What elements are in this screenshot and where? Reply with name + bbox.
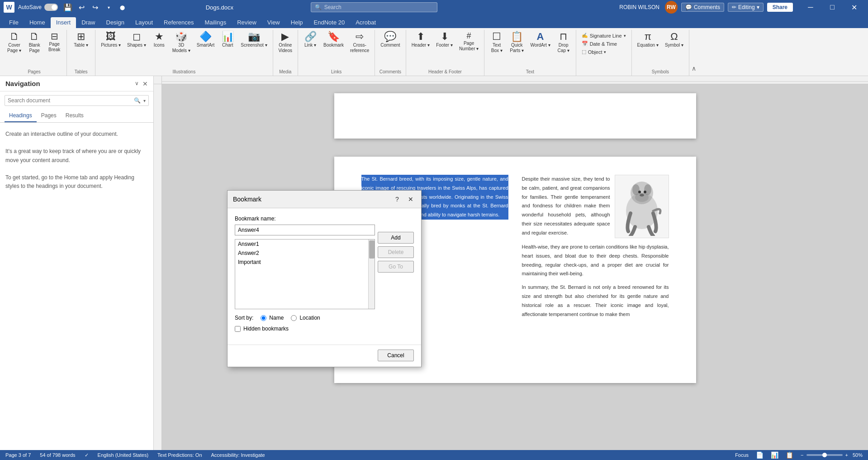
footer-icon: ⬇: [441, 32, 449, 42]
tab-endnote[interactable]: EndNote 20: [308, 17, 351, 28]
nav-tab-headings[interactable]: Headings: [5, 110, 37, 122]
header-label: Header ▾: [412, 43, 430, 48]
restore-btn[interactable]: □: [822, 0, 843, 14]
share-btn[interactable]: Share: [767, 3, 793, 12]
online-videos-btn[interactable]: ▶ OnlineVideos: [276, 30, 295, 55]
hidden-bookmarks-label[interactable]: Hidden bookmarks: [243, 326, 289, 332]
tab-view[interactable]: View: [262, 17, 285, 28]
quick-parts-btn[interactable]: 📋 QuickParts ▾: [507, 30, 526, 55]
text-predictions[interactable]: Text Predictions: On: [157, 452, 202, 458]
hidden-bookmarks-checkbox[interactable]: [235, 326, 241, 332]
delete-btn[interactable]: Delete: [378, 246, 414, 258]
zoom-level[interactable]: 50%: [853, 452, 863, 458]
drop-cap-btn[interactable]: ⊓ DropCap ▾: [554, 30, 573, 55]
icons-btn[interactable]: ★ Icons: [150, 30, 169, 50]
bookmark-name-input[interactable]: [235, 225, 375, 235]
sig-line-btn[interactable]: ✍ Signature Line ▾: [579, 32, 629, 39]
zoom-out-btn[interactable]: −: [801, 452, 803, 458]
bookmark-help-btn[interactable]: ?: [392, 194, 402, 204]
editing-btn[interactable]: ✏ Editing ▾: [728, 3, 764, 12]
tab-acrobat[interactable]: Acrobat: [350, 17, 381, 28]
list-item[interactable]: Answer1: [235, 240, 368, 249]
comment-icon: 💬: [384, 32, 396, 42]
accessibility[interactable]: Accessibility: Investigate: [211, 452, 265, 458]
symbol-btn[interactable]: Ω Symbol ▾: [662, 30, 686, 50]
link-btn[interactable]: 🔗 Link ▾: [301, 30, 320, 50]
read-mode-icon[interactable]: 📋: [786, 451, 793, 459]
page-break-btn[interactable]: ⊟ PageBreak: [45, 30, 64, 54]
minimize-btn[interactable]: ─: [800, 0, 821, 14]
text-box-icon: ☐: [492, 32, 501, 42]
add-btn[interactable]: Add: [378, 232, 414, 244]
user-avatar[interactable]: RW: [665, 1, 678, 14]
header-btn[interactable]: ⬆ Header ▾: [409, 30, 433, 50]
screenshot-btn[interactable]: 📷 Screenshot ▾: [238, 30, 270, 50]
tab-file[interactable]: File: [4, 17, 24, 28]
sort-location-label[interactable]: Location: [299, 315, 320, 321]
cover-page-icon: 🗋: [9, 32, 19, 42]
customize-btn[interactable]: ⬤: [116, 1, 128, 14]
comments-btn[interactable]: 💬 Comments: [681, 3, 724, 12]
sort-location-input[interactable]: [291, 315, 297, 321]
tab-review[interactable]: Review: [232, 17, 262, 28]
tab-references[interactable]: References: [158, 17, 199, 28]
tab-design[interactable]: Design: [101, 17, 130, 28]
sort-name-label[interactable]: Name: [269, 315, 284, 321]
close-btn[interactable]: ✕: [844, 0, 864, 14]
wordart-btn[interactable]: A WordArt ▾: [527, 30, 553, 50]
pictures-btn[interactable]: 🖼 Pictures ▾: [98, 30, 123, 50]
focus-btn[interactable]: Focus: [735, 452, 749, 458]
search-box[interactable]: 🔍 Search: [311, 2, 437, 12]
scroll-thumb[interactable]: [369, 240, 375, 259]
nav-close-btn[interactable]: ✕: [142, 80, 148, 87]
qa-dropdown-btn[interactable]: ▾: [102, 1, 115, 14]
web-layout-icon[interactable]: 📊: [771, 451, 778, 459]
bookmark-close-btn[interactable]: ✕: [406, 194, 416, 204]
redo-btn[interactable]: ↪: [89, 1, 101, 14]
date-time-btn[interactable]: 📅 Date & Time: [579, 40, 629, 48]
list-scrollbar[interactable]: [368, 240, 375, 309]
table-btn[interactable]: ⊞ Table ▾: [70, 30, 92, 50]
language[interactable]: English (United States): [98, 452, 149, 458]
undo-btn[interactable]: ↩: [75, 1, 88, 14]
text-group-label: Text: [487, 69, 573, 76]
bookmark-btn[interactable]: 🔖 Bookmark: [321, 30, 346, 50]
list-item[interactable]: Answer2: [235, 249, 368, 258]
list-item[interactable]: Important: [235, 258, 368, 267]
tab-help[interactable]: Help: [285, 17, 308, 28]
blank-page-btn[interactable]: 🗋 BlankPage: [25, 30, 44, 55]
smartart-btn[interactable]: 🔷 SmartArt: [194, 30, 217, 50]
3d-models-btn[interactable]: 🎲 3DModels ▾: [170, 30, 193, 55]
nav-search-input[interactable]: [8, 97, 131, 104]
shapes-btn[interactable]: ◻ Shapes ▾: [124, 30, 149, 50]
nav-tab-results[interactable]: Results: [61, 110, 88, 122]
object-btn[interactable]: ⬚ Object ▾: [579, 48, 629, 56]
cover-page-btn[interactable]: 🗋 CoverPage ▾: [5, 30, 24, 55]
zoom-slider[interactable]: [806, 454, 843, 456]
comment-btn[interactable]: 💬 Comment: [378, 30, 403, 50]
nav-collapse-btn[interactable]: ∨: [135, 80, 139, 87]
goto-btn[interactable]: Go To: [378, 261, 414, 273]
chart-btn[interactable]: 📊 Chart: [218, 30, 237, 50]
autosave-toggle[interactable]: [44, 4, 58, 11]
proofing-icon[interactable]: ✓: [85, 452, 89, 458]
cross-reference-btn[interactable]: ⇨ Cross-reference: [347, 30, 372, 55]
tab-mailings[interactable]: Mailings: [199, 17, 232, 28]
ribbon-group-pages: 🗋 CoverPage ▾ 🗋 BlankPage ⊟ PageBreak Pa…: [2, 30, 67, 76]
cancel-btn[interactable]: Cancel: [378, 350, 414, 361]
tab-draw[interactable]: Draw: [76, 17, 100, 28]
text-box-btn[interactable]: ☐ TextBox ▾: [487, 30, 506, 55]
page-number-btn[interactable]: # PageNumber ▾: [456, 30, 481, 53]
equation-btn[interactable]: π Equation ▾: [635, 30, 661, 50]
tab-layout[interactable]: Layout: [130, 17, 158, 28]
zoom-in-btn[interactable]: +: [845, 452, 848, 458]
print-layout-icon[interactable]: 📄: [756, 451, 764, 459]
footer-btn[interactable]: ⬇ Footer ▾: [433, 30, 455, 50]
save-btn[interactable]: 💾: [62, 1, 74, 14]
tab-home[interactable]: Home: [24, 17, 51, 28]
nav-tab-pages[interactable]: Pages: [37, 110, 61, 122]
tab-insert[interactable]: Insert: [51, 17, 76, 28]
ribbon-collapse-btn[interactable]: ∧: [689, 65, 698, 76]
sort-name-input[interactable]: [261, 315, 266, 321]
search-dropdown-icon[interactable]: ▾: [143, 98, 146, 103]
